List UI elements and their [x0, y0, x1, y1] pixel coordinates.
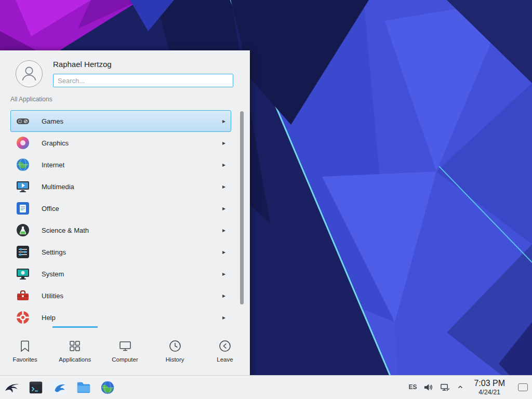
category-row-system[interactable]: System ▸: [10, 263, 231, 285]
category-label: Settings: [42, 248, 66, 256]
category-row-graphics[interactable]: Graphics ▸: [10, 132, 231, 154]
chevron-right-icon: ▸: [222, 248, 225, 256]
settings-icon: [16, 245, 30, 259]
graphics-icon: [16, 136, 30, 150]
category-label: Help: [42, 314, 56, 322]
category-label: System: [42, 270, 64, 278]
chevron-right-icon: ▸: [222, 205, 225, 212]
digital-clock[interactable]: 7:03 PM 4/24/21: [474, 379, 505, 396]
clock-date: 4/24/21: [474, 389, 505, 396]
terminal-icon[interactable]: [28, 379, 44, 396]
bookmark-icon: [18, 339, 32, 353]
office-icon: [16, 201, 30, 216]
tab-favorites[interactable]: Favorites: [0, 326, 50, 375]
system-icon: [16, 267, 30, 281]
expand-tray-icon[interactable]: [457, 383, 464, 391]
utilities-icon: [16, 288, 30, 303]
volume-icon[interactable]: [423, 382, 433, 392]
tab-history[interactable]: History: [150, 326, 200, 375]
tab-label: Leave: [217, 356, 233, 363]
taskbar-launchers: [4, 379, 116, 396]
tab-label: History: [166, 356, 184, 363]
category-row-science-math[interactable]: Science & Math ▸: [10, 219, 231, 241]
active-tab-indicator: [52, 326, 98, 328]
category-row-settings[interactable]: Settings ▸: [10, 241, 231, 263]
category-row-internet[interactable]: Internet ▸: [10, 154, 231, 176]
user-name: Raphael Hertzog: [53, 60, 233, 69]
user-block: Raphael Hertzog: [53, 60, 233, 87]
category-row-games[interactable]: Games ▸: [10, 110, 231, 132]
globe-icon: [16, 157, 30, 172]
gamepad-icon: [16, 114, 30, 128]
category-label: Utilities: [42, 292, 63, 300]
tab-computer[interactable]: Computer: [100, 326, 150, 375]
category-label: Multimedia: [42, 183, 74, 191]
category-label: Science & Math: [42, 227, 89, 234]
tab-label: Applications: [59, 356, 91, 363]
show-desktop-button[interactable]: [518, 383, 528, 391]
launcher-header: Raphael Hertzog: [0, 50, 250, 94]
clock-icon: [168, 339, 182, 353]
tab-leave[interactable]: Leave: [200, 326, 250, 375]
folder-icon[interactable]: [75, 379, 92, 396]
system-tray: ES 7:03 PM 4/24/21: [408, 379, 528, 396]
section-label: All Applications: [0, 96, 250, 103]
science-icon: [16, 223, 30, 237]
file-manager-icon[interactable]: [51, 379, 68, 396]
category-row-multimedia[interactable]: Multimedia ▸: [10, 176, 231, 197]
category-label: Internet: [42, 161, 64, 169]
application-launcher: Raphael Hertzog All Applications Games ▸: [0, 50, 250, 375]
browser-globe-icon[interactable]: [99, 379, 116, 396]
launcher-tabbar: Favorites Applications Computer History: [0, 326, 250, 375]
chevron-right-icon: ▸: [222, 270, 225, 277]
multimedia-icon: [16, 179, 30, 194]
taskbar: ES 7:03 PM 4/24/21: [0, 375, 532, 399]
category-row-office[interactable]: Office ▸: [10, 197, 231, 219]
category-row-utilities[interactable]: Utilities ▸: [10, 285, 231, 307]
monitor-icon: [118, 339, 132, 353]
application-category-list: Games ▸ Graphics ▸: [0, 106, 250, 326]
category-row-help[interactable]: Help ▸: [10, 307, 231, 326]
chevron-right-icon: ▸: [222, 292, 225, 299]
tab-label: Favorites: [12, 356, 37, 363]
list-scrollbar[interactable]: [240, 111, 244, 304]
chevron-right-icon: ▸: [222, 227, 225, 234]
category-label: Games: [42, 117, 63, 125]
chevron-right-icon: ▸: [222, 183, 225, 190]
chevron-right-icon: ▸: [222, 314, 225, 321]
keyboard-layout-indicator[interactable]: ES: [408, 383, 417, 391]
leave-icon: [218, 339, 232, 353]
chevron-right-icon: ▸: [222, 161, 225, 168]
user-avatar: [16, 60, 43, 87]
network-icon[interactable]: [440, 382, 450, 392]
chevron-right-icon: ▸: [222, 117, 225, 125]
clock-time: 7:03 PM: [474, 379, 505, 388]
grid-icon: [68, 339, 82, 353]
person-icon: [18, 62, 41, 85]
help-icon: [16, 310, 30, 325]
tab-applications[interactable]: Applications: [50, 326, 100, 375]
category-label: Office: [42, 205, 59, 212]
category-label: Graphics: [42, 139, 69, 147]
tab-label: Computer: [112, 356, 138, 363]
kali-logo-icon[interactable]: [4, 379, 20, 396]
search-input[interactable]: [53, 74, 233, 87]
chevron-right-icon: ▸: [222, 139, 225, 147]
